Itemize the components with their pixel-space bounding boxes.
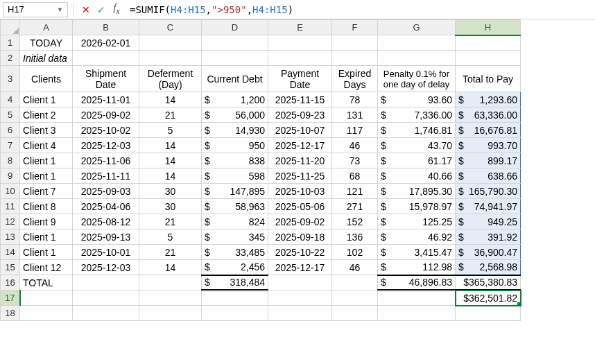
cell[interactable]: $1,293.60 — [456, 92, 521, 107]
cell[interactable]: 30 — [139, 184, 202, 199]
cell[interactable]: $598 — [202, 168, 268, 184]
col-header-c[interactable]: C — [139, 20, 202, 35]
cell[interactable]: 2025-10-07 — [268, 123, 332, 138]
cell[interactable]: 14 — [139, 153, 202, 168]
row-header[interactable]: 17 — [1, 291, 20, 306]
cell[interactable]: 78 — [332, 92, 378, 107]
cell[interactable]: 2025-10-01 — [73, 245, 139, 260]
cell[interactable] — [378, 291, 456, 306]
cell[interactable]: 5 — [139, 229, 202, 245]
cell[interactable]: Client 12 — [20, 260, 73, 275]
cell[interactable] — [332, 306, 378, 321]
cell[interactable]: 2025-09-18 — [268, 229, 332, 245]
cell[interactable]: $112.98 — [378, 260, 456, 275]
cell[interactable]: $46.92 — [378, 229, 456, 245]
cell[interactable]: $638.66 — [456, 168, 521, 184]
cell[interactable]: $17,895.30 — [378, 184, 456, 199]
cell[interactable] — [456, 306, 521, 321]
col-header-g[interactable]: G — [378, 20, 456, 35]
cell[interactable]: TODAY — [20, 35, 73, 51]
cell[interactable] — [456, 35, 521, 51]
header-penalty[interactable]: Penalty 0.1% for one day of delay — [378, 66, 456, 92]
fx-icon[interactable]: fx — [110, 2, 123, 17]
cell[interactable] — [73, 51, 139, 66]
cell[interactable]: Client 1 — [20, 245, 73, 260]
cell[interactable]: 2026-02-01 — [73, 35, 139, 51]
cell[interactable]: $63,336.00 — [456, 107, 521, 123]
cell[interactable]: 73 — [332, 153, 378, 168]
cell[interactable]: 14 — [139, 168, 202, 184]
cell[interactable]: $56,000 — [202, 107, 268, 123]
cell[interactable]: 2025-09-03 — [73, 184, 139, 199]
cell[interactable]: Client 2 — [20, 107, 73, 123]
cell[interactable]: 21 — [139, 214, 202, 229]
cell[interactable] — [378, 51, 456, 66]
row-header[interactable]: 9 — [1, 168, 20, 184]
cell[interactable] — [332, 291, 378, 306]
header-payment[interactable]: Payment Date — [268, 66, 332, 92]
col-header-h[interactable]: H — [456, 20, 521, 35]
cell[interactable]: Client 3 — [20, 123, 73, 138]
cell[interactable] — [20, 291, 73, 306]
cell[interactable]: 2025-10-03 — [268, 184, 332, 199]
cell[interactable]: 152 — [332, 214, 378, 229]
row-header[interactable]: 15 — [1, 260, 20, 275]
cell[interactable]: 2025-04-06 — [73, 199, 139, 214]
cell[interactable] — [202, 306, 268, 321]
cell[interactable]: 46 — [332, 260, 378, 275]
cell[interactable]: $391.92 — [456, 229, 521, 245]
cell[interactable]: 131 — [332, 107, 378, 123]
cell[interactable]: $1,746.81 — [378, 123, 456, 138]
cell[interactable] — [202, 51, 268, 66]
cell[interactable]: 68 — [332, 168, 378, 184]
cell[interactable]: $15,978.97 — [378, 199, 456, 214]
cell[interactable] — [20, 306, 73, 321]
cell[interactable]: 271 — [332, 199, 378, 214]
row-header[interactable]: 10 — [1, 184, 20, 199]
header-shipment[interactable]: Shipment Date — [73, 66, 139, 92]
cell[interactable]: 21 — [139, 245, 202, 260]
cell[interactable]: $1,200 — [202, 92, 268, 107]
cell[interactable] — [139, 291, 202, 306]
cell[interactable]: 102 — [332, 245, 378, 260]
cell[interactable]: $824 — [202, 214, 268, 229]
cell[interactable] — [268, 35, 332, 51]
cell[interactable]: 2025-10-22 — [268, 245, 332, 260]
cell[interactable]: 2025-12-17 — [268, 260, 332, 275]
cell[interactable]: $345 — [202, 229, 268, 245]
cell[interactable] — [139, 35, 202, 51]
cell[interactable]: $2,456 — [202, 260, 268, 275]
row-header[interactable]: 14 — [1, 245, 20, 260]
header-deferment[interactable]: Deferment (Day) — [139, 66, 202, 92]
row-header[interactable]: 7 — [1, 138, 20, 153]
row-header[interactable]: 18 — [1, 306, 20, 321]
cell[interactable]: 2025-10-02 — [73, 123, 139, 138]
cell[interactable]: 2025-09-02 — [268, 214, 332, 229]
col-header-b[interactable]: B — [73, 20, 139, 35]
cell[interactable]: 5 — [139, 123, 202, 138]
header-debt[interactable]: Current Debt — [202, 66, 268, 92]
cell[interactable]: 30 — [139, 199, 202, 214]
name-box[interactable]: H17 ▼ — [3, 2, 68, 17]
header-clients[interactable]: Clients — [20, 66, 73, 92]
grid[interactable]: A B C D E F G H 1 TODAY 2026-02-01 2 Ini… — [0, 19, 595, 321]
select-all-corner[interactable] — [1, 20, 20, 35]
cell-total-d[interactable]: $318,484 — [202, 275, 268, 291]
cell[interactable]: 21 — [139, 107, 202, 123]
cell[interactable]: 14 — [139, 260, 202, 275]
cell[interactable]: 2025-11-01 — [73, 92, 139, 107]
cell[interactable]: $125.25 — [378, 214, 456, 229]
cell-total-g[interactable]: $46,896.83 — [378, 275, 456, 291]
cell[interactable]: $950 — [202, 138, 268, 153]
row-header[interactable]: 3 — [1, 66, 20, 92]
cell-total-label[interactable]: TOTAL — [20, 275, 73, 291]
cell[interactable] — [332, 35, 378, 51]
cell[interactable]: $838 — [202, 153, 268, 168]
cell[interactable]: 121 — [332, 184, 378, 199]
cell[interactable]: 14 — [139, 138, 202, 153]
cell[interactable]: $899.17 — [456, 153, 521, 168]
cell[interactable]: $165,790.30 — [456, 184, 521, 199]
col-header-a[interactable]: A — [20, 20, 73, 35]
header-total[interactable]: Total to Pay — [456, 66, 521, 92]
cell[interactable]: 136 — [332, 229, 378, 245]
